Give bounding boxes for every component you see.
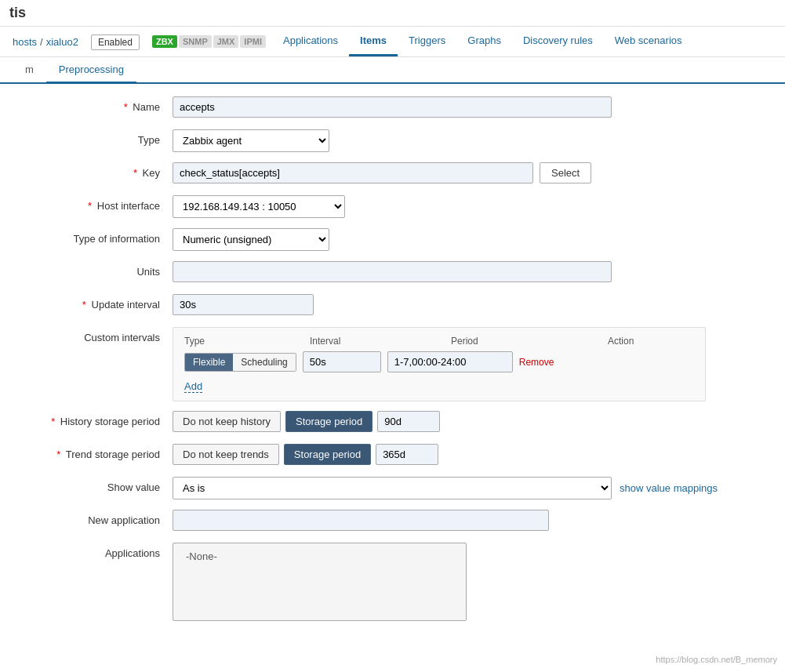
show-value-mappings-link[interactable]: show value mappings (620, 482, 718, 494)
nav-items[interactable]: Items (349, 27, 398, 56)
custom-intervals-box: Type Interval Period Action Flexible Sch… (173, 327, 706, 401)
tag-ipmi: IPMI (240, 35, 266, 48)
nav-discovery-rules[interactable]: Discovery rules (512, 27, 604, 56)
history-value-input[interactable] (377, 411, 440, 432)
custom-intervals-row: Custom intervals Type Interval Period Ac… (16, 327, 769, 401)
type-info-row: Type of information Numeric (unsigned) N… (16, 228, 769, 252)
new-application-input[interactable] (173, 510, 549, 531)
units-label: Units (16, 261, 173, 278)
history-storage-button[interactable]: Storage period (285, 411, 373, 432)
custom-intervals-label: Custom intervals (16, 327, 173, 343)
hist-required-star: * (51, 416, 55, 427)
applications-field: -None- (173, 543, 769, 621)
add-link[interactable]: Add (184, 380, 202, 393)
host-interface-field: 192.168.149.143 : 10050 (173, 195, 769, 218)
flexible-button[interactable]: Flexible (185, 354, 233, 371)
key-row: * Key Select (16, 162, 769, 186)
new-application-field (173, 510, 769, 531)
key-field: Select (173, 162, 769, 183)
history-label: * History storage period (16, 411, 173, 427)
applications-listbox[interactable]: -None- (173, 543, 467, 621)
update-interval-input[interactable] (173, 294, 314, 315)
history-field: Do not keep history Storage period (173, 411, 769, 432)
breadcrumb-separator: / (40, 36, 43, 48)
nav-links: Applications Items Triggers Graphs Disco… (272, 27, 693, 56)
no-trend-button[interactable]: Do not keep trends (173, 444, 279, 465)
new-application-row: New application (16, 510, 769, 533)
trend-label: * Trend storage period (16, 444, 173, 460)
key-input[interactable] (173, 162, 533, 183)
ci-col-period: Period (451, 336, 608, 347)
type-toggle-group: Flexible Scheduling (184, 353, 296, 372)
units-row: Units (16, 261, 769, 285)
tag-jmx: JMX (213, 35, 239, 48)
trend-row: * Trend storage period Do not keep trend… (16, 444, 769, 467)
new-application-label: New application (16, 510, 173, 526)
nav-graphs[interactable]: Graphs (456, 27, 512, 56)
applications-label: Applications (16, 543, 173, 559)
type-field: Zabbix agent Zabbix agent (active) Simpl… (173, 129, 769, 152)
required-star: * (124, 101, 128, 113)
add-link-container: Add (184, 377, 694, 393)
applications-row: Applications -None- (16, 543, 769, 621)
interval-input[interactable] (303, 351, 381, 372)
type-select[interactable]: Zabbix agent Zabbix agent (active) Simpl… (173, 129, 329, 152)
type-info-field: Numeric (unsigned) Numeric (float) Chara… (173, 228, 769, 251)
page-title: tis (0, 0, 785, 27)
host-interface-select[interactable]: 192.168.149.143 : 10050 (173, 195, 345, 218)
no-history-button[interactable]: Do not keep history (173, 411, 281, 432)
name-label: * Name (16, 96, 173, 113)
ci-header: Type Interval Period Action (184, 336, 694, 347)
breadcrumb-host[interactable]: xialuo2 (46, 36, 78, 48)
enabled-badge: Enabled (91, 35, 140, 50)
update-interval-field (173, 294, 769, 315)
update-interval-label: * Update interval (16, 294, 173, 311)
protocol-tags: ZBX SNMP JMX IPMI (146, 31, 272, 53)
show-value-label: Show value (16, 477, 173, 493)
ci-col-type: Type (184, 336, 310, 347)
tag-snmp: SNMP (179, 35, 212, 48)
type-label: Type (16, 129, 173, 146)
tab-preprocessing[interactable]: Preprocessing (46, 57, 136, 84)
ci-col-action: Action (608, 336, 694, 347)
type-info-select[interactable]: Numeric (unsigned) Numeric (float) Chara… (173, 228, 329, 251)
host-interface-label: * Host interface (16, 195, 173, 212)
key-label: * Key (16, 162, 173, 179)
key-required-star: * (133, 167, 137, 179)
ci-col-interval: Interval (310, 336, 451, 347)
hi-required-star: * (88, 200, 92, 212)
show-value-select[interactable]: As is Mapping 1 Mapping 2 (173, 477, 612, 499)
remove-link[interactable]: Remove (519, 357, 554, 368)
name-row: * Name (16, 96, 769, 120)
host-interface-row: * Host interface 192.168.149.143 : 10050 (16, 195, 769, 219)
show-value-row: Show value As is Mapping 1 Mapping 2 sho… (16, 477, 769, 500)
trend-required-star: * (56, 449, 60, 460)
nav-web-scenarios[interactable]: Web scenarios (604, 27, 693, 56)
trend-storage-button[interactable]: Storage period (284, 444, 371, 465)
tag-zbx: ZBX (152, 35, 177, 48)
name-input[interactable] (173, 96, 612, 118)
units-input[interactable] (173, 261, 612, 282)
type-row: Type Zabbix agent Zabbix agent (active) … (16, 129, 769, 153)
breadcrumb-hosts[interactable]: hosts (13, 36, 37, 48)
history-row: * History storage period Do not keep his… (16, 411, 769, 434)
type-info-label: Type of information (16, 228, 173, 245)
form-container: * Name Type Zabbix agent Zabbix agent (a… (0, 84, 785, 643)
tab-bar: m Preprocessing (0, 57, 785, 84)
trend-field: Do not keep trends Storage period (173, 444, 769, 465)
period-input[interactable] (387, 351, 513, 372)
trend-storage-row: Do not keep trends Storage period (173, 444, 438, 465)
select-button[interactable]: Select (540, 162, 591, 183)
show-value-field: As is Mapping 1 Mapping 2 show value map… (173, 477, 769, 499)
name-field (173, 96, 769, 118)
ci-row: Flexible Scheduling Remove (184, 351, 694, 372)
navigation-bar: hosts / xialuo2 Enabled ZBX SNMP JMX IPM… (0, 27, 785, 57)
nav-triggers[interactable]: Triggers (398, 27, 456, 56)
nav-applications[interactable]: Applications (272, 27, 349, 56)
history-storage-row: Do not keep history Storage period (173, 411, 440, 432)
breadcrumb: hosts / xialuo2 (6, 28, 85, 56)
trend-value-input[interactable] (376, 444, 438, 465)
update-interval-row: * Update interval (16, 294, 769, 318)
tab-main[interactable]: m (13, 57, 46, 84)
scheduling-button[interactable]: Scheduling (233, 354, 295, 371)
